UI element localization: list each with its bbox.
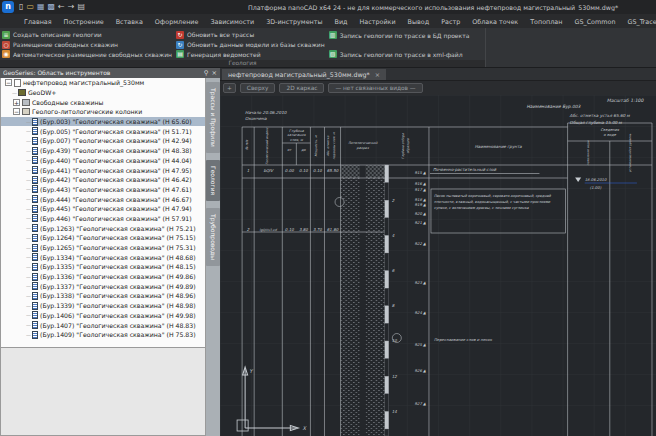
menu-tab-4[interactable]: Зависимости [204,16,260,28]
ribbon-button-auto-place-free-wells[interactable]: ◉Автоматическое размещение свободных скв… [2,49,172,59]
svg-text:0.10: 0.10 [299,168,308,173]
drawing-area: нефтепровод магистральный_530мм.dwg* × +… [220,68,656,436]
menu-tab-11[interactable]: Топоплан [524,16,568,28]
tree-connector: — [26,235,31,241]
tree-well-item[interactable]: —(Бур.1263) "Геологическая скважина" (Н … [1,223,205,233]
ribbon-button-place-free-wells[interactable]: ○Размещение свободных скважин [2,40,172,50]
menu-tab-13[interactable]: GS_Trace [621,16,656,28]
ribbon-button-refresh-model-data[interactable]: ↻Обновить данные модели из базы скважин [176,40,325,50]
side-tab-0[interactable]: Трассы и Профили [206,82,220,153]
write-geology-db-icon: ▥ [329,31,337,39]
pin-icon[interactable]: ⚲ [204,68,209,78]
drawing-file-icon [14,79,21,87]
tree-well-item[interactable]: —(Бур.443) "Геологическая скважина" (Н 4… [1,185,205,195]
tree-well-item[interactable]: —(Бур.1337) "Геологическая скважина" (Н … [1,281,205,291]
linked-views-button[interactable]: — нет связанных видов — [328,83,422,93]
expand-button[interactable]: + [223,83,236,93]
tree-well-item[interactable]: —(Бур.007) "Геологическая скважина" (Н 4… [1,136,205,146]
expand-icon[interactable]: + [13,99,20,106]
expand-icon[interactable]: − [13,108,20,115]
undo-icon[interactable]: ← [58,2,65,12]
menu-tab-9[interactable]: Растр [435,16,466,28]
tree-node-geo-columns[interactable]: −Геолого-литологические колонки [1,107,205,117]
ribbon-group-geology: ≡Создать описание геологии○Размещение св… [0,28,486,67]
tree-well-item[interactable]: —(Бур.1339) "Геологическая скважина" (Н … [1,301,205,311]
tree-well-item[interactable]: —(Бур.1338) "Геологическая скважина" (Н … [1,291,205,301]
well-label: (Бур.1334) "Геологическая скважина" (Н 4… [40,254,196,261]
ruler-segment [385,359,389,377]
menu-tab-0[interactable]: Главная [18,16,58,28]
tree-well-item[interactable]: —(Бур.005) "Геологическая скважина" (Н 5… [1,126,205,136]
print-icon[interactable]: ▤ [78,2,86,12]
side-tab-2[interactable]: Трубопроводы [206,208,220,266]
tree-connector: — [26,177,31,183]
new-file-icon[interactable]: ▯ [19,2,23,12]
menu-tab-6[interactable]: Вид [329,16,354,28]
tree-well-item[interactable]: —(Бур.1406) "Геологическая скважина" (Н … [1,311,205,321]
tree-well-item[interactable]: —(Бур.1334) "Геологическая скважина" (Н … [1,252,205,262]
well-label: (Бур.1406) "Геологическая скважина" (Н 4… [40,312,196,319]
borehole-icon [32,205,38,213]
tree-well-item[interactable]: —(Бур.1335) "Геологическая скважина" (Н … [1,262,205,272]
ribbon-button-generate-reports[interactable]: ▤Генерация ведомостей [176,49,325,59]
tree-root[interactable]: − нефтепровод магистральный_530мм [1,78,205,88]
borehole-icon [32,244,38,252]
svg-text:разрез: разрез [357,146,369,150]
panel-title: GeoSeries: Область инструментов [3,68,201,78]
redo-icon[interactable]: → [68,2,75,12]
menu-tab-5[interactable]: 3D-инструменты [260,16,328,28]
tree-well-item[interactable]: —(Бур.444) "Геологическая скважина" (Н 4… [1,194,205,204]
document-tab[interactable]: нефтепровод магистральный_530мм.dwg* × [222,69,386,80]
save-icon[interactable]: ▦ [37,2,45,12]
menu-tab-8[interactable]: Вывод [402,16,436,28]
collapse-icon[interactable]: − [5,79,12,86]
tree-connector: — [26,225,31,231]
tree-well-item[interactable]: —(Бур.003) "Геологическая скважина" (Н 6… [1,117,205,127]
tree-well-item[interactable]: —(Бур.442) "Геологическая скважина" (Н 4… [1,175,205,185]
borehole-icon [32,321,38,329]
menu-tab-10[interactable]: Облака точек [466,16,524,28]
start-date-label: Начало 20.06.2010 [245,110,287,115]
close-icon[interactable]: × [212,68,217,78]
menu-tab-3[interactable]: Оформление [149,16,205,28]
tree-well-item[interactable]: —(Бур.1409) "Геологическая скважина" (Н … [1,330,205,340]
ribbon-button-write-geology-db[interactable]: ▥Запись геологии по трассе в БД проекта [329,30,470,40]
well-name-label: Наименование Бур.003 [526,105,581,110]
tree-connector: — [26,157,31,163]
drawing-canvas[interactable]: Масштаб 1:100 Начало 20.06.2010 Окончена… [220,95,656,436]
tree-well-item[interactable]: —(Бур.440) "Геологическая скважина" (Н 4… [1,156,205,166]
side-tab-1[interactable]: Геология [206,160,220,201]
borehole-icon [32,234,38,242]
svg-text:Песок пылеватый коричневый, се: Песок пылеватый коричневый, серовато-кор… [434,194,552,198]
ribbon-button-refresh-all-traces[interactable]: ↻Обновить все трассы [176,30,325,40]
ribbon: ≡Создать описание геологии○Размещение св… [0,28,656,68]
tree-node-free-wells[interactable]: +Свободные скважины [1,97,205,107]
menu-tab-2[interactable]: Вставка [110,16,149,28]
tree-well-item[interactable]: —(Бур.445) "Геологическая скважина" (Н 4… [1,204,205,214]
well-label: (Бур.1265) "Геологическая скважина" (Н 7… [40,244,196,251]
well-label: (Бур.443) "Геологическая скважина" (Н 47… [40,186,192,193]
tree-well-item[interactable]: —(Бур.439) "Геологическая скважина" (Н 4… [1,146,205,156]
sample-marker: 923 ▲ [415,280,426,285]
menu-tab-12[interactable]: GS_Common [568,16,621,28]
tree-well-item[interactable]: —(Бур.1407) "Геологическая скважина" (Н … [1,320,205,330]
generate-reports-icon: ▤ [176,50,184,58]
tree-well-item[interactable]: —(Бур.1264) "Геологическая скважина" (Н … [1,233,205,243]
menu-tab-7[interactable]: Настройки [354,16,402,28]
ribbon-button-write-geology-xml[interactable]: ▧Запись геологии по трассе в xml-файл [329,49,470,59]
open-file-icon[interactable]: ▭ [26,2,34,12]
svg-text:0.10: 0.10 [285,227,294,232]
sample-marker: 926 ▲ [415,368,426,373]
view-direction-button[interactable]: Сверху [240,83,276,93]
tree-well-item[interactable]: —(Бур.1265) "Геологическая скважина" (Н … [1,243,205,253]
tree-well-item[interactable]: —(Бур.1336) "Геологическая скважина" (Н … [1,272,205,282]
ribbon-button-create-geology-description[interactable]: ≡Создать описание геологии [2,30,172,40]
menu-tab-1[interactable]: Построение [58,16,110,28]
tree-well-item[interactable]: —(Бур.441) "Геологическая скважина" (Н 4… [1,165,205,175]
end-date-label: Окончена [245,117,267,122]
tree-well-item[interactable]: —(Бур.446) "Геологическая скважина" (Н 5… [1,214,205,224]
save-all-icon[interactable]: ▩ [48,2,56,12]
document-close-icon[interactable]: × [375,71,380,78]
visual-style-button[interactable]: 2D каркас [279,83,324,93]
tree-node-geodw[interactable]: —GeoDW+ [1,88,205,98]
